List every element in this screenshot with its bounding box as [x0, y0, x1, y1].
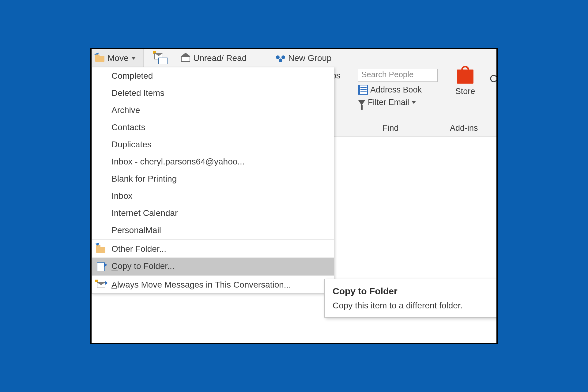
copy-to-folder-item[interactable]: Copy to Folder...: [92, 258, 334, 275]
search-people-input[interactable]: Search People: [358, 69, 438, 82]
copy-to-folder-icon: [96, 262, 107, 271]
dropdown-item[interactable]: PersonalMail: [92, 222, 334, 239]
rules-button[interactable]: [147, 49, 174, 67]
find-group-label: Find: [383, 123, 399, 133]
other-folder-item[interactable]: Other Folder...: [92, 240, 334, 258]
rules-icon: [154, 53, 167, 64]
address-book-icon: [358, 85, 368, 95]
filter-email-button[interactable]: Filter Email: [358, 98, 438, 107]
dropdown-item[interactable]: Inbox: [92, 187, 334, 205]
dropdown-item[interactable]: Inbox - cheryl.parsons64@yahoo...: [92, 153, 334, 170]
caret-down-icon: [131, 57, 136, 60]
unread-read-button[interactable]: Unread/ Read: [177, 49, 266, 67]
address-book-label: Address Book: [370, 85, 422, 95]
find-group: Search People Address Book Filter Email: [358, 69, 438, 107]
dropdown-separator: [92, 275, 334, 276]
always-move-icon: [96, 280, 107, 289]
ribbon-row-top: Move Unread/ Read New Group: [92, 49, 496, 67]
tooltip: Copy to Folder Copy this item to a diffe…: [324, 279, 498, 318]
dropdown-item[interactable]: Internet Calendar: [92, 205, 334, 222]
always-move-item[interactable]: Always Move Messages in This Conversatio…: [92, 276, 334, 293]
funnel-icon: [358, 100, 365, 105]
dropdown-item[interactable]: Blank for Printing: [92, 170, 334, 187]
address-book-button[interactable]: Address Book: [358, 85, 438, 95]
dropdown-item[interactable]: Deleted Items: [92, 85, 334, 102]
move-label: Move: [107, 53, 128, 63]
addins-group-label: Add-ins: [450, 123, 478, 133]
store-button[interactable]: Store: [447, 70, 484, 96]
move-dropdown: Completed Deleted Items Archive Contacts…: [92, 67, 334, 294]
cut-off-fragment: C: [490, 73, 497, 85]
shopping-bag-icon: [457, 70, 473, 84]
new-group-label: New Group: [288, 53, 332, 63]
folder-move-icon: [95, 55, 104, 62]
folder-move-icon: [96, 244, 107, 254]
dropdown-separator: [92, 239, 334, 240]
tooltip-title: Copy to Folder: [333, 286, 498, 296]
outlook-window: Move Unread/ Read New Group oups Searc: [90, 48, 498, 344]
new-group-button[interactable]: New Group: [272, 49, 343, 67]
unread-read-label: Unread/ Read: [193, 53, 247, 63]
caret-down-icon: [412, 101, 416, 104]
store-label: Store: [447, 87, 484, 96]
envelope-open-icon: [181, 55, 190, 62]
dropdown-item[interactable]: Completed: [92, 67, 334, 85]
dropdown-item[interactable]: Contacts: [92, 119, 334, 136]
move-button[interactable]: Move: [92, 49, 144, 67]
dropdown-item[interactable]: Duplicates: [92, 136, 334, 153]
filter-email-label: Filter Email: [368, 98, 409, 107]
people-icon: [276, 54, 285, 62]
tooltip-description: Copy this item to a different folder.: [333, 301, 498, 311]
dropdown-item[interactable]: Archive: [92, 102, 334, 119]
